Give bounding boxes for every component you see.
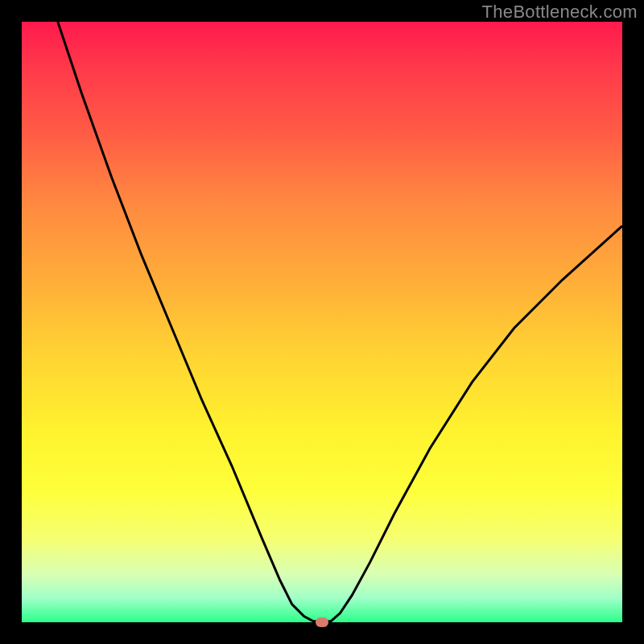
chart-frame: TheBottleneck.com — [0, 0, 644, 644]
chart-gradient-background — [22, 22, 622, 622]
watermark-text: TheBottleneck.com — [482, 2, 638, 23]
optimal-point-marker — [316, 617, 328, 627]
